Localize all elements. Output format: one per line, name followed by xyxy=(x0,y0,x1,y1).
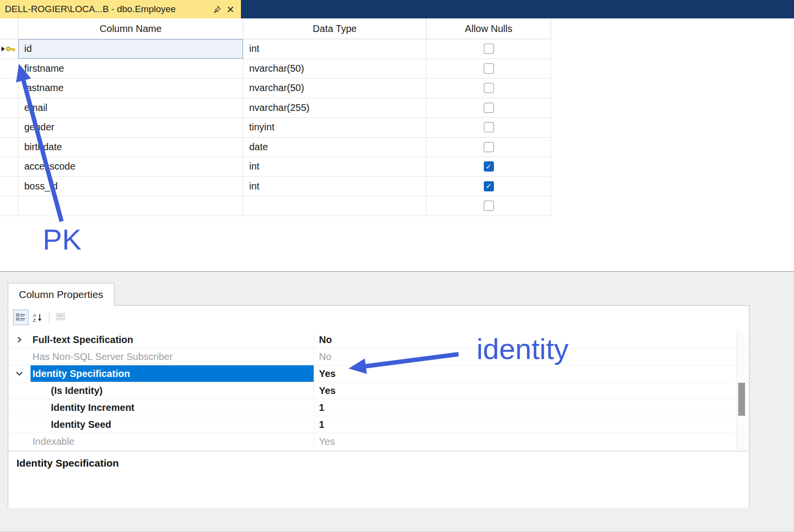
property-value[interactable]: No xyxy=(314,348,749,365)
data-type-cell[interactable] xyxy=(243,196,427,216)
data-type-cell[interactable]: nvarchar(50) xyxy=(243,78,427,98)
property-row-gutter[interactable] xyxy=(8,331,31,348)
column-name-cell[interactable]: firstname xyxy=(18,59,243,78)
table-row: lastname nvarchar(50) xyxy=(0,78,551,98)
allow-nulls-header: Allow Nulls xyxy=(427,18,551,39)
property-row-gutter[interactable] xyxy=(8,416,31,433)
property-label[interactable]: Identity Increment xyxy=(31,399,314,416)
allow-nulls-checkbox[interactable] xyxy=(484,122,494,132)
tab-column-properties[interactable]: Column Properties xyxy=(8,283,114,306)
property-value[interactable]: Yes xyxy=(314,365,749,382)
ssms-table-designer-window: DELL-ROGIER\LOCA...B - dbo.Employee × Co… xyxy=(0,0,794,532)
row-selector[interactable] xyxy=(0,98,18,118)
column-name-cell[interactable]: gender xyxy=(18,118,243,137)
data-type-cell[interactable]: nvarchar(255) xyxy=(243,98,427,118)
property-row-gutter[interactable] xyxy=(8,433,31,450)
allow-nulls-cell xyxy=(427,78,551,98)
row-selector[interactable] xyxy=(0,177,18,196)
property-row[interactable]: Identity Seed 1 xyxy=(8,416,749,433)
pin-icon[interactable] xyxy=(214,5,221,13)
property-label[interactable]: Identity Specification xyxy=(31,365,314,382)
data-type-header: Data Type xyxy=(243,18,427,39)
svg-text:Z: Z xyxy=(33,317,36,322)
primary-key-icon xyxy=(6,46,16,52)
property-pages-icon[interactable] xyxy=(53,310,68,325)
properties-toolbar: A Z xyxy=(13,309,68,326)
property-value[interactable]: Yes xyxy=(314,382,749,399)
designer-header-row: Column Name Data Type Allow Nulls xyxy=(0,18,551,39)
row-selector[interactable] xyxy=(0,157,18,176)
property-row[interactable]: Full-text Specification No xyxy=(8,331,749,348)
allow-nulls-checkbox[interactable] xyxy=(484,44,494,54)
column-name-cell[interactable]: boss_id xyxy=(18,177,243,196)
row-selector[interactable] xyxy=(0,78,18,98)
categorized-icon[interactable] xyxy=(13,310,29,325)
allow-nulls-checkbox[interactable]: ✓ xyxy=(484,161,494,172)
allow-nulls-checkbox[interactable] xyxy=(484,83,494,93)
row-selector[interactable] xyxy=(0,138,18,157)
chevron-right-icon[interactable] xyxy=(16,336,23,343)
property-label[interactable]: (Is Identity) xyxy=(31,382,314,399)
property-value[interactable]: 1 xyxy=(314,399,749,416)
allow-nulls-checkbox[interactable] xyxy=(484,201,494,211)
property-value[interactable]: No xyxy=(314,331,749,348)
row-selector[interactable] xyxy=(0,59,18,78)
allow-nulls-cell xyxy=(427,138,551,157)
property-row[interactable]: Identity Specification Yes xyxy=(8,365,749,382)
row-selector[interactable] xyxy=(0,118,18,137)
row-selector[interactable] xyxy=(0,39,18,59)
row-marker-icon xyxy=(1,47,5,51)
property-description-title: Identity Specification xyxy=(16,457,749,469)
column-name-cell[interactable]: id xyxy=(18,39,243,59)
property-row-gutter[interactable] xyxy=(8,382,31,399)
allow-nulls-cell xyxy=(427,196,551,216)
table-row xyxy=(0,196,551,216)
row-selector-header xyxy=(0,18,18,39)
property-row[interactable]: Has Non-SQL Server Subscriber No xyxy=(8,348,749,365)
allow-nulls-checkbox[interactable]: ✓ xyxy=(484,181,494,191)
pk-annotation-label: PK xyxy=(43,223,81,256)
column-name-cell[interactable]: accesscode xyxy=(18,157,243,176)
column-properties-body: A Z xyxy=(8,305,749,508)
property-value[interactable]: 1 xyxy=(314,416,749,433)
column-name-cell[interactable] xyxy=(18,196,243,216)
property-label[interactable]: Full-text Specification xyxy=(31,331,314,348)
data-type-cell[interactable]: nvarchar(50) xyxy=(243,59,427,78)
property-description-area: Identity Specification xyxy=(8,451,749,508)
data-type-cell[interactable]: tinyint xyxy=(243,118,427,137)
document-tab[interactable]: DELL-ROGIER\LOCA...B - dbo.Employee × xyxy=(0,0,241,18)
close-icon[interactable]: × xyxy=(225,3,236,16)
table-row: boss_id int ✓ xyxy=(0,177,551,197)
row-selector[interactable] xyxy=(0,196,18,216)
allow-nulls-checkbox[interactable] xyxy=(484,142,494,152)
property-row[interactable]: Identity Increment 1 xyxy=(8,399,749,416)
column-name-cell[interactable]: birthdate xyxy=(18,138,243,157)
property-rows: Full-text Specification No Has Non-SQL S… xyxy=(8,331,749,450)
property-label[interactable]: Identity Seed xyxy=(31,416,314,433)
data-type-cell[interactable]: date xyxy=(243,138,427,157)
data-type-cell[interactable]: int xyxy=(243,157,427,176)
property-row[interactable]: (Is Identity) Yes xyxy=(8,382,749,399)
allow-nulls-cell xyxy=(427,39,551,59)
tab-title: DELL-ROGIER\LOCA...B - dbo.Employee xyxy=(5,4,210,15)
vertical-scrollbar[interactable] xyxy=(737,331,746,451)
allow-nulls-cell xyxy=(427,98,551,118)
scrollbar-thumb[interactable] xyxy=(738,383,745,416)
chevron-down-icon[interactable] xyxy=(16,370,23,377)
data-type-cell[interactable]: int xyxy=(243,177,427,196)
column-name-cell[interactable]: email xyxy=(18,98,243,118)
allow-nulls-checkbox[interactable] xyxy=(484,103,494,113)
property-label[interactable]: Indexable xyxy=(31,433,314,450)
property-row-gutter[interactable] xyxy=(8,399,31,416)
property-row[interactable]: Indexable Yes xyxy=(8,433,749,450)
sort-alphabetical-icon[interactable]: A Z xyxy=(30,310,46,325)
column-properties-panel: Column Properties A Z xyxy=(0,271,794,532)
column-name-cell[interactable]: lastname xyxy=(18,78,243,98)
property-label[interactable]: Has Non-SQL Server Subscriber xyxy=(31,348,314,365)
data-type-cell[interactable]: int xyxy=(243,39,427,59)
property-row-gutter[interactable] xyxy=(8,365,31,382)
allow-nulls-cell: ✓ xyxy=(427,177,551,196)
property-value[interactable]: Yes xyxy=(314,433,749,450)
property-row-gutter[interactable] xyxy=(8,348,31,365)
allow-nulls-checkbox[interactable] xyxy=(484,63,494,74)
